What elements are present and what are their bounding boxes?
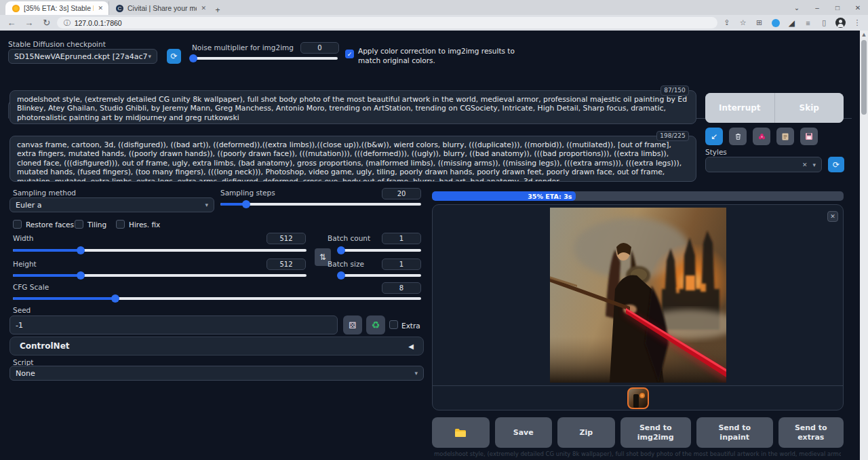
- slider-thumb[interactable]: [77, 271, 85, 280]
- gallery-thumbnail-strip: [433, 385, 843, 410]
- batch-count-label: Batch count: [328, 234, 370, 242]
- clear-prompt-button[interactable]: [729, 128, 747, 145]
- window-close-button[interactable]: ✕: [848, 4, 868, 12]
- flower-card-icon: [757, 132, 766, 141]
- tab-close-icon[interactable]: ✕: [201, 5, 206, 12]
- sampling-steps-slider[interactable]: [220, 199, 421, 208]
- batch-size-slider[interactable]: [338, 271, 421, 279]
- hires-fix-label: Hires. fix: [129, 221, 160, 229]
- browser-tab-civitai[interactable]: C Civitai | Share your models ✕: [108, 1, 212, 15]
- profile-avatar[interactable]: [835, 18, 846, 28]
- slider-thumb[interactable]: [337, 271, 345, 280]
- random-seed-button[interactable]: ⚄: [343, 315, 362, 334]
- back-icon[interactable]: ←: [4, 18, 19, 28]
- send-to-extras-button[interactable]: Send to extras: [778, 417, 844, 448]
- site-info-icon[interactable]: ⓘ: [64, 18, 71, 28]
- browser-tab-stable-diffusion[interactable]: [35% ETA: 3s] Stable Diffusion ✕: [5, 1, 108, 15]
- color-correction-checkbox[interactable]: ✓: [345, 50, 354, 58]
- prompt-textarea[interactable]: modelshoot style, (extremely detailed CG…: [9, 90, 696, 124]
- width-label: Width: [13, 234, 34, 242]
- slider-fill: [220, 203, 246, 206]
- batch-count-slider[interactable]: [338, 246, 421, 254]
- slider-fill: [338, 274, 341, 277]
- bookmark-star-icon[interactable]: ☆: [736, 18, 750, 27]
- styles-refresh-button[interactable]: ⟳: [828, 157, 844, 172]
- extension-grid-icon[interactable]: ⊞: [753, 18, 766, 27]
- sampling-steps-input[interactable]: 20: [382, 188, 421, 199]
- slider-thumb[interactable]: [337, 246, 345, 254]
- tab-close-icon[interactable]: ✕: [98, 5, 103, 12]
- slider-thumb[interactable]: [111, 294, 119, 303]
- scrollbar-up-arrow[interactable]: ▲: [860, 32, 868, 37]
- restore-faces-checkbox[interactable]: [13, 220, 22, 229]
- width-slider[interactable]: [13, 246, 307, 254]
- open-folder-button[interactable]: [432, 417, 490, 448]
- styles-dropdown[interactable]: ✕ ▾: [705, 157, 822, 172]
- forward-icon[interactable]: →: [22, 18, 37, 28]
- height-input[interactable]: 512: [267, 258, 306, 270]
- slider-thumb[interactable]: [189, 54, 197, 62]
- close-icon: ✕: [830, 213, 835, 220]
- slider-fill: [13, 249, 81, 252]
- share-icon[interactable]: ⇪: [720, 18, 734, 27]
- gallery-thumbnail-selected[interactable]: [627, 387, 649, 409]
- url-text: 127.0.0.1:7860: [75, 19, 122, 27]
- cfg-scale-slider[interactable]: [13, 294, 421, 302]
- batch-size-input[interactable]: 1: [382, 258, 421, 270]
- negative-prompt-textarea[interactable]: canvas frame, cartoon, 3d, ((disfigured)…: [9, 136, 696, 182]
- generate-button-group: Interrupt Skip: [705, 93, 844, 123]
- generated-image-preview[interactable]: [550, 208, 726, 383]
- close-preview-button[interactable]: ✕: [827, 211, 838, 222]
- batch-count-input[interactable]: 1: [382, 233, 421, 244]
- seed-input[interactable]: -1: [9, 315, 338, 334]
- apply-styles-button[interactable]: [776, 128, 794, 145]
- skip-button[interactable]: Skip: [775, 93, 844, 123]
- reuse-seed-button[interactable]: ♻: [366, 315, 385, 334]
- script-dropdown[interactable]: None ▾: [9, 366, 424, 381]
- height-slider[interactable]: [13, 271, 307, 279]
- interrupt-button[interactable]: Interrupt: [705, 93, 774, 123]
- checkpoint-refresh-button[interactable]: ⟳: [167, 49, 181, 64]
- browser-menu-icon[interactable]: ⋮: [850, 18, 864, 27]
- tab-search-icon[interactable]: ⌄: [787, 4, 807, 12]
- noise-multiplier-input[interactable]: 0: [300, 42, 339, 54]
- cfg-scale-label: CFG Scale: [13, 283, 49, 291]
- zip-button[interactable]: Zip: [557, 417, 615, 448]
- page-scrollbar[interactable]: ▲: [860, 31, 868, 460]
- refresh-icon: ⟳: [170, 52, 177, 61]
- extra-seed-checkbox[interactable]: [389, 320, 398, 329]
- reading-list-icon[interactable]: ≡: [801, 19, 814, 27]
- script-value: None: [16, 369, 35, 378]
- maximize-button[interactable]: □: [827, 4, 848, 12]
- reload-icon[interactable]: ↻: [39, 18, 54, 28]
- folder-icon: [454, 428, 467, 438]
- width-input[interactable]: 512: [267, 233, 306, 244]
- send-to-img2img-button[interactable]: Send to img2img: [620, 417, 692, 448]
- save-button[interactable]: Save: [495, 417, 553, 448]
- trash-icon: [734, 132, 743, 141]
- address-bar[interactable]: ⓘ 127.0.0.1:7860: [57, 17, 717, 28]
- sampling-method-dropdown[interactable]: Euler a ▾: [9, 197, 214, 212]
- slider-thumb[interactable]: [242, 200, 250, 208]
- send-to-inpaint-button[interactable]: Send to inpaint: [696, 417, 773, 448]
- hires-fix-checkbox[interactable]: [116, 220, 125, 229]
- extensions-puzzle-icon[interactable]: ◢: [785, 18, 799, 28]
- paste-generation-params-button[interactable]: ↙: [705, 128, 723, 145]
- side-panel-icon[interactable]: ▯: [817, 18, 831, 27]
- gallery-panel: ✕: [432, 204, 844, 410]
- clear-styles-icon[interactable]: ✕: [802, 161, 808, 168]
- color-correction-label: Apply color correction to img2img result…: [358, 46, 536, 65]
- accordion-collapse-icon: ◀: [408, 343, 414, 350]
- extension-blue-icon[interactable]: [772, 19, 780, 27]
- noise-multiplier-slider[interactable]: [191, 54, 338, 62]
- checkpoint-dropdown[interactable]: SD15NewVAEpruned.ckpt [27a4ac756c] ▾: [8, 49, 157, 64]
- tiling-checkbox[interactable]: [75, 220, 83, 229]
- slider-thumb[interactable]: [77, 246, 85, 254]
- minimize-button[interactable]: –: [807, 4, 827, 12]
- new-tab-button[interactable]: +: [212, 5, 224, 15]
- save-style-button[interactable]: [800, 128, 818, 145]
- scrollbar-thumb[interactable]: [861, 40, 867, 115]
- extra-networks-button[interactable]: [753, 128, 770, 145]
- cfg-scale-input[interactable]: 8: [382, 282, 421, 294]
- controlnet-accordion[interactable]: ControlNet ◀: [9, 337, 424, 356]
